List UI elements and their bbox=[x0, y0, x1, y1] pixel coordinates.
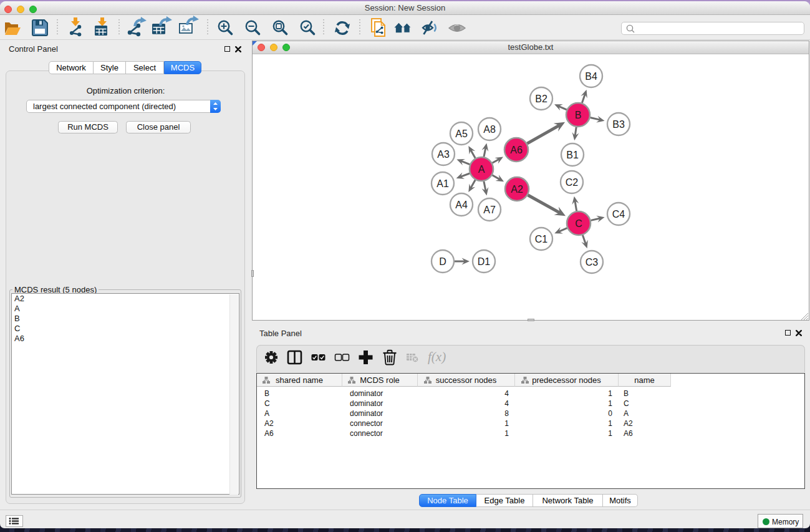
svg-text:D: D bbox=[439, 256, 446, 267]
svg-text:A: A bbox=[478, 164, 485, 175]
svg-text:C2: C2 bbox=[566, 177, 579, 188]
svg-text:A5: A5 bbox=[455, 128, 468, 139]
svg-text:B4: B4 bbox=[585, 71, 597, 82]
svg-text:C: C bbox=[575, 218, 582, 229]
svg-text:C4: C4 bbox=[612, 209, 625, 220]
svg-text:A4: A4 bbox=[455, 200, 468, 210]
svg-text:A6: A6 bbox=[510, 145, 523, 155]
svg-text:C3: C3 bbox=[586, 257, 599, 268]
svg-text:A3: A3 bbox=[437, 149, 450, 160]
svg-text:A2: A2 bbox=[511, 184, 523, 195]
svg-text:D1: D1 bbox=[478, 256, 491, 267]
svg-text:A8: A8 bbox=[483, 124, 496, 135]
svg-text:C1: C1 bbox=[535, 234, 548, 244]
svg-text:B1: B1 bbox=[566, 150, 579, 160]
svg-text:A1: A1 bbox=[436, 178, 449, 189]
svg-text:A7: A7 bbox=[483, 205, 496, 215]
svg-text:B3: B3 bbox=[612, 119, 625, 130]
svg-text:B2: B2 bbox=[535, 94, 547, 104]
svg-text:B: B bbox=[575, 110, 582, 120]
